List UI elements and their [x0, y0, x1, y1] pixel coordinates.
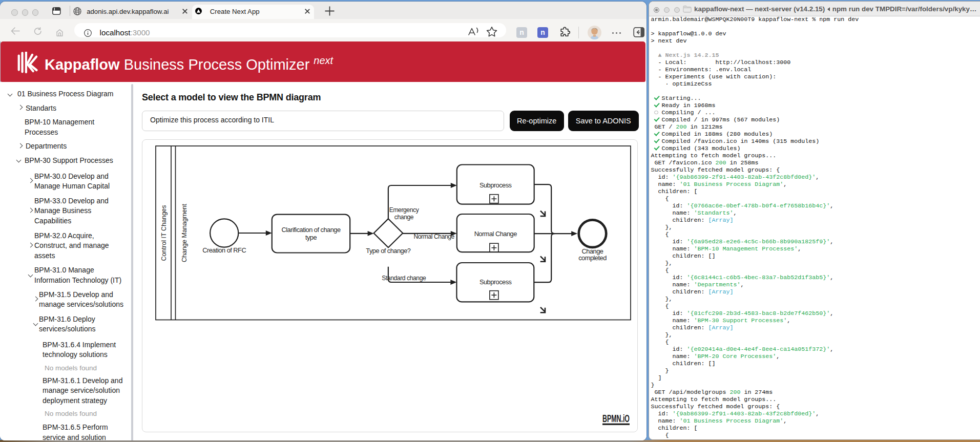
svg-text:Emergency: Emergency — [389, 206, 420, 214]
svg-text:BPMN.iO: BPMN.iO — [602, 412, 630, 424]
svg-text:Change Managment: Change Managment — [181, 203, 188, 262]
svg-text:completed: completed — [578, 254, 607, 262]
svg-text:type: type — [305, 234, 317, 241]
svg-text:Subprocess: Subprocess — [479, 278, 512, 286]
svg-text:Clarification of change: Clarification of change — [281, 226, 341, 234]
svg-text:Subprocess: Subprocess — [479, 181, 512, 189]
svg-text:Creation of RFC: Creation of RFC — [202, 246, 246, 254]
svg-text:Normal Change: Normal Change — [474, 230, 517, 238]
svg-text:Normal Change: Normal Change — [413, 233, 454, 240]
svg-text:Standard change: Standard change — [382, 275, 426, 282]
svg-text:change: change — [394, 214, 414, 221]
svg-text:Type of change?: Type of change? — [366, 247, 411, 255]
svg-text:Control IT Changes: Control IT Changes — [160, 205, 168, 261]
